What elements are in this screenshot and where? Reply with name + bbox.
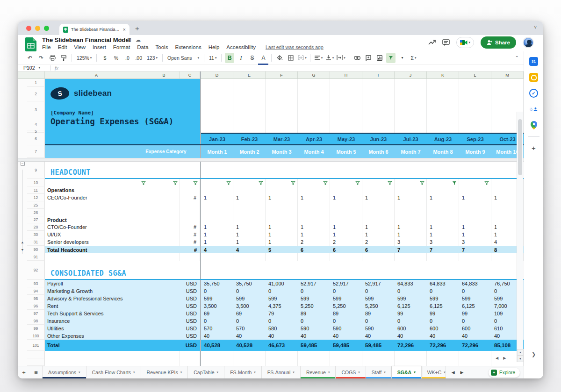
cell[interactable] [148, 325, 180, 332]
value-cell[interactable] [459, 209, 491, 216]
cell[interactable] [427, 261, 459, 279]
value-cell[interactable]: 1 [298, 231, 330, 238]
tasks-icon[interactable]: ✓ [529, 89, 538, 98]
value-cell[interactable]: 40 [459, 332, 491, 340]
filter-funnel-icon[interactable] [45, 179, 148, 186]
value-cell[interactable]: 99 [427, 310, 459, 317]
cell[interactable] [148, 194, 180, 201]
value-cell[interactable]: 40 [395, 332, 427, 340]
cell[interactable] [395, 162, 427, 178]
cell[interactable] [148, 317, 180, 325]
row-label-cell[interactable] [45, 209, 148, 216]
value-cell[interactable]: 2 [362, 238, 395, 246]
new-tab-button[interactable]: + [135, 24, 139, 32]
cell[interactable] [148, 246, 180, 253]
value-cell[interactable]: 600 [459, 325, 491, 332]
cell[interactable] [266, 118, 298, 130]
last-edit-status[interactable]: Last edit was seconds ago [266, 44, 324, 50]
cell[interactable] [148, 295, 180, 302]
keep-icon[interactable] [529, 73, 538, 82]
value-cell[interactable]: 6 [298, 246, 330, 253]
row-header-11[interactable]: 11 [27, 186, 45, 194]
filter-funnel-icon[interactable] [148, 179, 180, 186]
row-header-90[interactable]: 90 [27, 246, 45, 253]
cell[interactable] [266, 101, 298, 118]
row-header-97[interactable]: 97 [27, 310, 45, 317]
value-cell[interactable] [233, 201, 266, 209]
cell[interactable] [330, 261, 362, 279]
cell[interactable] [395, 261, 427, 279]
column-header-B[interactable]: B [148, 71, 180, 79]
cell[interactable] [298, 162, 330, 178]
value-cell[interactable] [330, 201, 362, 209]
value-cell[interactable]: 0 [459, 287, 491, 295]
cell[interactable] [459, 87, 491, 101]
period-header-cell[interactable]: Month 2 [233, 145, 266, 158]
value-cell[interactable]: 1 [459, 194, 491, 201]
unit-cell[interactable]: # [180, 246, 200, 253]
period-header-cell[interactable]: Month 8 [427, 145, 459, 158]
sheet-tab-cogs[interactable]: COGS▾ [336, 366, 366, 378]
value-cell[interactable] [362, 351, 395, 358]
value-cell[interactable]: 69 [233, 310, 266, 317]
cell[interactable] [233, 118, 266, 130]
browser-tab[interactable]: The Slidebean Financial Model × [59, 24, 129, 35]
value-cell[interactable]: 599 [266, 295, 298, 302]
value-cell[interactable] [233, 216, 266, 223]
value-cell[interactable]: 72,296 [395, 340, 427, 351]
filter-views-icon[interactable]: ▾ [397, 53, 407, 63]
row-label-cell[interactable]: Product [45, 216, 148, 223]
cell[interactable] [45, 101, 200, 118]
value-cell[interactable] [427, 253, 459, 261]
sheets-logo-icon[interactable] [25, 37, 36, 51]
value-cell[interactable]: 1 [233, 223, 266, 231]
sheet-tab-assumptions[interactable]: Assumptions▾ [42, 366, 86, 378]
sheet-tab-cash-flow-charts[interactable]: Cash Flow Charts▾ [86, 366, 141, 378]
value-cell[interactable] [201, 209, 233, 216]
next-sheets-arrow[interactable]: ▶ [460, 370, 464, 375]
select-all-corner[interactable] [18, 71, 45, 79]
value-cell[interactable]: 7 [427, 246, 459, 253]
column-header-J[interactable]: J [395, 71, 427, 79]
row-label-cell[interactable]: Operations [45, 186, 148, 194]
row-header-x[interactable] [27, 358, 45, 366]
horizontal-align-icon[interactable]: ▾ [314, 53, 323, 63]
add-sheet-button[interactable]: + [18, 366, 30, 378]
row-header-98[interactable]: 98 [27, 317, 45, 325]
value-cell[interactable]: 599 [330, 295, 362, 302]
value-cell[interactable] [395, 358, 427, 366]
format-percent-button[interactable]: % [111, 53, 121, 63]
cell[interactable] [148, 231, 180, 238]
menu-extensions[interactable]: Extensions [175, 44, 201, 50]
cell[interactable] [148, 201, 180, 209]
cell[interactable] [201, 118, 233, 130]
value-cell[interactable] [427, 351, 459, 358]
cell[interactable] [266, 79, 298, 87]
unit-cell[interactable]: # [180, 223, 200, 231]
cell[interactable] [45, 87, 200, 101]
text-color-button[interactable]: A [259, 53, 268, 63]
value-cell[interactable]: 64,833 [395, 280, 427, 287]
close-window-button[interactable] [26, 26, 31, 31]
cell[interactable] [427, 118, 459, 130]
vertical-align-icon[interactable]: ▾ [325, 53, 334, 63]
period-header-cell[interactable]: Month 9 [459, 145, 491, 158]
row-header-7[interactable]: 7 [27, 145, 45, 158]
value-cell[interactable]: 0 [427, 287, 459, 295]
column-header-M[interactable]: M [491, 71, 524, 79]
value-cell[interactable]: 5 [266, 246, 298, 253]
value-cell[interactable]: 1 [201, 231, 233, 238]
row-header-28[interactable]: 28 [27, 223, 45, 231]
sheet-tab-fs-annual[interactable]: FS-Annual▾ [262, 366, 301, 378]
value-cell[interactable]: 1 [233, 231, 266, 238]
value-cell[interactable]: 52,917 [362, 280, 395, 287]
value-cell[interactable] [266, 253, 298, 261]
filter-funnel-icon[interactable] [180, 179, 200, 186]
unit-cell[interactable] [180, 216, 200, 223]
value-cell[interactable] [459, 253, 491, 261]
month-header-cell[interactable]: Jan-23 [201, 133, 233, 144]
star-icon[interactable]: ☆ [118, 37, 123, 43]
value-cell[interactable]: 5,250 [330, 302, 362, 310]
value-cell[interactable]: 35,750 [233, 280, 266, 287]
cell[interactable] [459, 118, 491, 130]
